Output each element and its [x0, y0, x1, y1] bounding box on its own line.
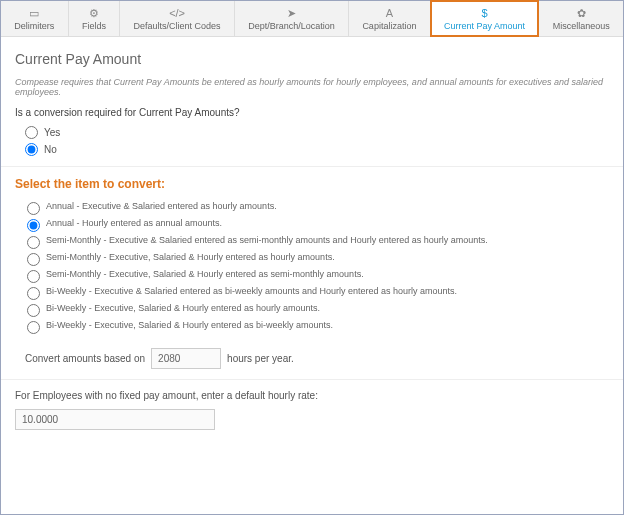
- location-icon: ➤: [239, 7, 344, 19]
- content-panel: Current Pay Amount Compease requires tha…: [1, 37, 623, 442]
- convert-option-radio[interactable]: [27, 236, 40, 249]
- capitalization-icon: A: [353, 7, 426, 19]
- tab-current-pay-amount[interactable]: $ Current Pay Amount: [431, 1, 540, 37]
- page-title: Current Pay Amount: [15, 51, 609, 67]
- delimiters-icon: ▭: [5, 7, 64, 19]
- default-rate-label: For Employees with no fixed pay amount, …: [15, 390, 609, 401]
- convert-option-3[interactable]: Semi-Monthly - Executive, Salaried & Hou…: [27, 252, 609, 266]
- option-label: Semi-Monthly - Executive & Salaried ente…: [46, 235, 488, 245]
- convert-basis-row: Convert amounts based on hours per year.: [25, 348, 609, 369]
- tab-delimiters[interactable]: ▭ Delimiters: [1, 1, 69, 36]
- convert-option-4[interactable]: Semi-Monthly - Executive, Salaried & Hou…: [27, 269, 609, 283]
- convert-option-0[interactable]: Annual - Executive & Salaried entered as…: [27, 201, 609, 215]
- convert-suffix: hours per year.: [227, 353, 294, 364]
- tab-label: Dept/Branch/Location: [248, 21, 335, 31]
- convert-option-radio[interactable]: [27, 219, 40, 232]
- tab-miscellaneous[interactable]: ✿ Miscellaneous: [539, 1, 623, 36]
- tab-label: Capitalization: [362, 21, 416, 31]
- option-label: Bi-Weekly - Executive, Salaried & Hourly…: [46, 303, 320, 313]
- tab-fields[interactable]: ⚙ Fields: [69, 1, 121, 36]
- tab-defaults-client-codes[interactable]: </> Defaults/Client Codes: [120, 1, 235, 36]
- option-label: Semi-Monthly - Executive, Salaried & Hou…: [46, 269, 364, 279]
- intro-text: Compease requires that Current Pay Amoun…: [15, 77, 609, 97]
- convert-option-radio[interactable]: [27, 287, 40, 300]
- divider: [1, 379, 623, 380]
- option-label: Bi-Weekly - Executive, Salaried & Hourly…: [46, 320, 333, 330]
- conversion-yes-radio[interactable]: [25, 126, 38, 139]
- option-label: Bi-Weekly - Executive & Salaried entered…: [46, 286, 457, 296]
- option-label: Semi-Monthly - Executive, Salaried & Hou…: [46, 252, 335, 262]
- divider: [1, 166, 623, 167]
- tab-label: Fields: [82, 21, 106, 31]
- app-window: ▭ Delimiters ⚙ Fields </> Defaults/Clien…: [0, 0, 624, 515]
- conversion-no-row[interactable]: No: [25, 143, 609, 156]
- convert-option-radio[interactable]: [27, 253, 40, 266]
- section-title: Select the item to convert:: [15, 177, 609, 191]
- no-label: No: [44, 144, 57, 155]
- tab-capitalization[interactable]: A Capitalization: [349, 1, 431, 36]
- code-icon: </>: [124, 7, 230, 19]
- tab-label: Delimiters: [14, 21, 54, 31]
- convert-option-6[interactable]: Bi-Weekly - Executive, Salaried & Hourly…: [27, 303, 609, 317]
- default-hourly-rate-input[interactable]: [15, 409, 215, 430]
- conversion-question: Is a conversion required for Current Pay…: [15, 107, 609, 118]
- convert-prefix: Convert amounts based on: [25, 353, 145, 364]
- conversion-yes-row[interactable]: Yes: [25, 126, 609, 139]
- fields-icon: ⚙: [73, 7, 116, 19]
- convert-option-radio[interactable]: [27, 321, 40, 334]
- convert-option-radio[interactable]: [27, 202, 40, 215]
- convert-option-radio[interactable]: [27, 304, 40, 317]
- yes-label: Yes: [44, 127, 60, 138]
- tab-label: Defaults/Client Codes: [134, 21, 221, 31]
- convert-option-1[interactable]: Annual - Hourly entered as annual amount…: [27, 218, 609, 232]
- option-label: Annual - Hourly entered as annual amount…: [46, 218, 222, 228]
- conversion-no-radio[interactable]: [25, 143, 38, 156]
- hours-per-year-input[interactable]: [151, 348, 221, 369]
- tab-label: Miscellaneous: [553, 21, 610, 31]
- tab-label: Current Pay Amount: [444, 21, 525, 31]
- dollar-icon: $: [435, 7, 535, 19]
- convert-option-2[interactable]: Semi-Monthly - Executive & Salaried ente…: [27, 235, 609, 249]
- convert-option-5[interactable]: Bi-Weekly - Executive & Salaried entered…: [27, 286, 609, 300]
- tab-bar: ▭ Delimiters ⚙ Fields </> Defaults/Clien…: [1, 1, 623, 37]
- option-label: Annual - Executive & Salaried entered as…: [46, 201, 277, 211]
- convert-option-radio[interactable]: [27, 270, 40, 283]
- misc-icon: ✿: [543, 7, 619, 19]
- tab-dept-branch-location[interactable]: ➤ Dept/Branch/Location: [235, 1, 349, 36]
- convert-option-7[interactable]: Bi-Weekly - Executive, Salaried & Hourly…: [27, 320, 609, 334]
